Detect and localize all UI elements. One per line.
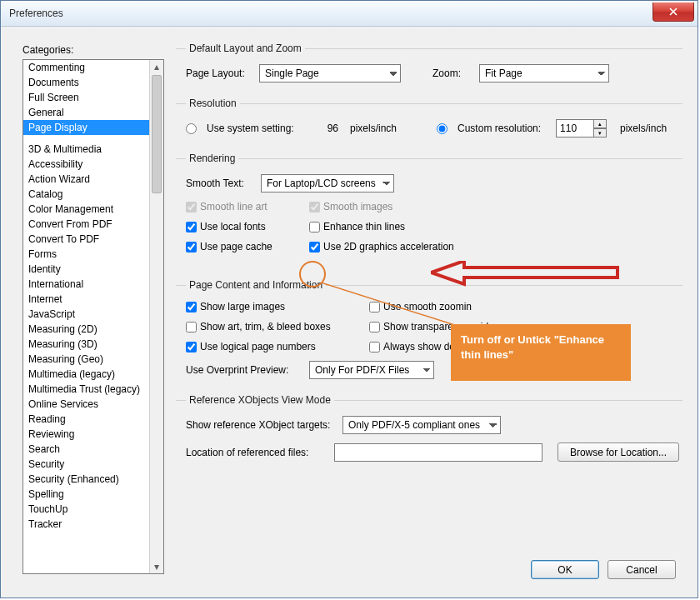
enhance-thin-lines-label: Enhance thin lines [323, 221, 405, 232]
system-dpi-unit: pixels/inch [350, 122, 397, 134]
show-art-trim-bleed-checkbox[interactable] [186, 322, 197, 332]
category-item[interactable]: Spelling [23, 487, 163, 502]
category-item[interactable]: Full Screen [23, 90, 163, 105]
category-item[interactable]: Color Management [23, 202, 163, 217]
smooth-images-label: Smooth images [323, 201, 392, 212]
show-art-trim-bleed-label: Show art, trim, & bleed boxes [200, 321, 331, 332]
scroll-up-icon[interactable]: ▴ [150, 60, 163, 73]
dialog-footer: OK Cancel [531, 560, 676, 579]
category-item[interactable]: Measuring (3D) [23, 337, 163, 352]
group-default-layout-legend: Default Layout and Zoom [186, 42, 305, 54]
ok-button[interactable]: OK [531, 560, 599, 579]
use-2d-accel-checkbox[interactable] [309, 242, 320, 252]
smooth-line-art-label: Smooth line art [200, 201, 268, 212]
use-local-fonts-checkbox[interactable] [186, 222, 197, 232]
show-large-images-checkbox[interactable] [186, 302, 197, 312]
always-show-doc-size-label: Always show document page size [383, 341, 533, 352]
zoom-label: Zoom: [432, 68, 472, 79]
group-reference-xobjects: Reference XObjects View Mode Show refere… [176, 394, 682, 468]
referenced-files-location-label: Location of referenced files: [186, 447, 328, 458]
settings-panel: Default Layout and Zoom Page Layout: Sin… [176, 39, 682, 549]
category-item[interactable]: General [23, 105, 163, 120]
custom-dpi-unit: pixels/inch [620, 122, 667, 134]
group-page-content: Page Content and Information Show large … [176, 279, 682, 386]
show-transparency-grid-label: Show transparency grid [383, 321, 488, 332]
category-item[interactable]: Multimedia (legacy) [23, 367, 163, 382]
category-item[interactable]: Action Wizard [23, 172, 163, 187]
category-item[interactable]: Search [23, 442, 163, 457]
xobject-targets-select[interactable]: Only PDF/X-5 compliant ones [342, 416, 501, 434]
use-system-setting-label: Use system setting: [207, 122, 307, 134]
category-item[interactable]: Security [23, 457, 163, 472]
custom-resolution-label: Custom resolution: [458, 122, 549, 134]
category-item[interactable]: Page Display [23, 120, 163, 135]
show-large-images-label: Show large images [200, 301, 285, 312]
browse-location-button[interactable]: Browse for Location... [558, 442, 679, 462]
use-smooth-zooming-checkbox[interactable] [369, 302, 380, 312]
dpi-spin-up[interactable]: ▴ [593, 119, 607, 128]
preferences-window: Preferences Categories: CommentingDocume… [0, 0, 698, 598]
category-item[interactable]: 3D & Multimedia [23, 142, 163, 157]
group-rendering: Rendering Smooth Text: For Laptop/LCD sc… [176, 152, 682, 256]
overprint-preview-label: Use Overprint Preview: [186, 364, 302, 376]
categories-listbox[interactable]: CommentingDocumentsFull ScreenGeneralPag… [22, 59, 164, 574]
category-item[interactable]: Measuring (Geo) [23, 352, 163, 367]
category-item[interactable]: Commenting [23, 60, 163, 75]
category-item[interactable]: Measuring (2D) [23, 322, 163, 337]
custom-resolution-radio[interactable] [437, 123, 448, 134]
custom-dpi-spinner[interactable]: ▴ ▾ [556, 119, 607, 138]
scroll-thumb[interactable] [152, 75, 162, 193]
page-layout-select[interactable]: Single Page [259, 64, 401, 82]
category-item[interactable]: International [23, 277, 163, 292]
show-transparency-grid-checkbox[interactable] [369, 322, 380, 332]
zoom-select[interactable]: Fit Page [479, 64, 609, 82]
always-show-doc-size-checkbox[interactable] [369, 342, 380, 352]
category-item[interactable]: Security (Enhanced) [23, 472, 163, 487]
category-item[interactable]: Multimedia Trust (legacy) [23, 382, 163, 397]
categories-scrollbar[interactable]: ▴ ▾ [149, 60, 163, 573]
category-item[interactable]: Documents [23, 75, 163, 90]
use-2d-accel-label: Use 2D graphics acceleration [323, 241, 454, 252]
category-item[interactable]: Forms [23, 247, 163, 262]
scroll-down-icon[interactable]: ▾ [150, 560, 163, 573]
titlebar: Preferences [1, 1, 698, 27]
category-item[interactable]: Catalog [23, 187, 163, 202]
category-item[interactable]: Online Services [23, 397, 163, 412]
use-local-fonts-label: Use local fonts [200, 221, 266, 232]
overprint-preview-select[interactable]: Only For PDF/X Files [309, 361, 434, 379]
use-logical-page-numbers-label: Use logical page numbers [200, 341, 316, 352]
use-page-cache-checkbox[interactable] [186, 242, 197, 252]
custom-dpi-input[interactable] [556, 119, 594, 138]
dpi-spin-down[interactable]: ▾ [593, 128, 607, 138]
use-system-setting-radio[interactable] [186, 123, 197, 134]
category-item[interactable]: Convert From PDF [23, 217, 163, 232]
use-page-cache-label: Use page cache [200, 241, 272, 252]
categories-label: Categories: [22, 44, 73, 56]
use-logical-page-numbers-checkbox[interactable] [186, 342, 197, 352]
system-dpi-value: 96 [313, 122, 338, 134]
group-resolution-legend: Resolution [186, 98, 240, 109]
category-item[interactable]: TouchUp [23, 502, 163, 517]
category-item[interactable]: Reviewing [23, 427, 163, 442]
category-item[interactable]: Accessibility [23, 157, 163, 172]
enhance-thin-lines-checkbox[interactable] [309, 222, 320, 232]
cancel-button[interactable]: Cancel [608, 560, 676, 579]
group-rendering-legend: Rendering [186, 152, 238, 164]
category-item[interactable]: Tracker [23, 517, 163, 532]
smooth-text-select[interactable]: For Laptop/LCD screens [261, 174, 394, 192]
category-item[interactable]: Convert To PDF [23, 232, 163, 247]
category-item[interactable]: Identity [23, 262, 163, 277]
window-title: Preferences [9, 8, 652, 19]
xobject-targets-label: Show reference XObject targets: [186, 419, 336, 431]
dialog-body: Categories: CommentingDocumentsFull Scre… [8, 31, 691, 591]
smooth-line-art-checkbox [186, 202, 197, 212]
page-layout-label: Page Layout: [186, 68, 252, 79]
smooth-images-checkbox [309, 202, 320, 212]
category-item[interactable]: Reading [23, 412, 163, 427]
category-item[interactable]: Internet [23, 292, 163, 307]
referenced-files-location-input[interactable] [334, 443, 542, 462]
category-item[interactable]: JavaScript [23, 307, 163, 322]
close-button[interactable] [652, 2, 694, 22]
use-smooth-zooming-label: Use smooth zoomin [383, 301, 472, 312]
smooth-text-label: Smooth Text: [186, 178, 254, 189]
